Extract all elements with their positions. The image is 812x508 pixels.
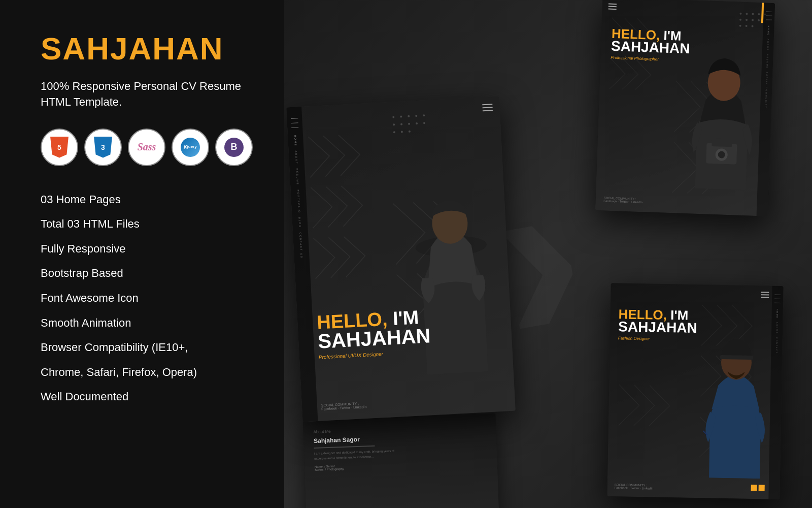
- topright-hello-section: HELLO, I'M SAHJAHAN Professional Photogr…: [611, 28, 691, 62]
- svg-point-2: [408, 115, 410, 117]
- feature-bootstrap: Bootstrap Based: [41, 261, 254, 286]
- center-nav-home: HOME: [294, 135, 297, 146]
- right-panel: ›: [264, 0, 812, 508]
- topright-name-text: SAHJAHAN: [611, 40, 690, 55]
- svg-point-11: [416, 122, 418, 124]
- svg-point-20: [752, 19, 754, 21]
- center-nav-blog: BLOG: [298, 217, 301, 229]
- badge-jquery: jQuery: [172, 129, 209, 166]
- feature-browser-list: Chrome, Safari, Firefox, Opera): [41, 360, 254, 385]
- bottomright-menu-icon: [761, 292, 769, 298]
- badge-html5: [41, 129, 78, 166]
- badge-bootstrap: B: [215, 129, 253, 166]
- feature-home-pages: 03 Home Pages: [41, 187, 254, 212]
- svg-point-8: [409, 131, 411, 133]
- center-nav-about: ABOUT: [295, 150, 298, 165]
- mockup-bottom-right: HOME ABOUT CONTACT HELLO, I'M SAHJAHAN F…: [607, 283, 783, 499]
- tech-badges: Sass jQuery B: [41, 129, 254, 166]
- feature-documented: Well Documented: [41, 385, 254, 409]
- feature-list: 03 Home Pages Total 03 HTML Files Fully …: [41, 187, 254, 409]
- bottomright-hello-section: HELLO, I'M SAHJAHAN Fashion Designer: [618, 308, 698, 341]
- svg-point-5: [408, 123, 410, 125]
- svg-point-17: [752, 13, 754, 15]
- center-hello-section: HELLO, I'M SAHJAHAN Professional UI/UX D…: [316, 308, 431, 360]
- left-panel: SAHJAHAN 100% Responsive Personal CV Res…: [0, 0, 284, 508]
- bottom-mockup-text: About Me Sahjahan Sagor I am a designer …: [313, 427, 406, 471]
- topright-menu-icon: [608, 4, 617, 10]
- feature-responsive: Fully Responsive: [41, 237, 254, 262]
- svg-point-12: [423, 122, 425, 124]
- mockup-bottom: About Me Sahjahan Sagor I am a designer …: [303, 413, 499, 508]
- center-name-text: SAHJAHAN: [317, 326, 431, 351]
- bottomright-name-text: SAHJAHAN: [618, 321, 697, 335]
- svg-point-16: [746, 13, 748, 15]
- badge-css3: [84, 129, 122, 166]
- svg-point-3: [393, 123, 395, 125]
- bottomright-social: SOCIAL COMMUNITY :Facebook · Twitter · L…: [615, 483, 654, 490]
- mockup-top-right: HOME ABOUT RESUME SOCIAL COMMUNITY HELLO…: [595, 0, 775, 216]
- svg-point-10: [423, 114, 425, 116]
- svg-point-24: [758, 13, 760, 15]
- feature-browser-compat: Browser Compatibility (IE10+,: [41, 335, 254, 360]
- svg-point-18: [739, 19, 741, 21]
- center-nav-contact: CONTACT US: [299, 232, 303, 259]
- mockup-area: ›: [264, 0, 812, 508]
- svg-point-1: [400, 115, 402, 117]
- svg-point-6: [393, 131, 395, 133]
- svg-rect-28: [712, 138, 732, 147]
- svg-point-19: [746, 19, 748, 21]
- feature-font-awesome: Font Awesome Icon: [41, 286, 254, 311]
- svg-point-0: [392, 116, 394, 118]
- center-nav-resume: RESUME: [295, 169, 299, 186]
- svg-point-9: [415, 115, 417, 117]
- svg-point-7: [401, 131, 403, 133]
- badge-sass: Sass: [128, 129, 165, 166]
- center-nav-portfolio: PORTFOLIO: [297, 189, 301, 213]
- svg-point-4: [400, 123, 402, 125]
- svg-point-15: [739, 13, 741, 15]
- svg-point-26: [758, 19, 760, 21]
- center-menu-icon: [482, 104, 493, 111]
- bottomright-accent: [751, 485, 765, 491]
- brand-subtitle: 100% Responsive Personal CV Resume HTML …: [41, 79, 254, 110]
- mockup-center: HOME ABOUT RESUME PORTFOLIO BLOG CONTACT…: [286, 96, 516, 422]
- svg-rect-33: [720, 355, 753, 360]
- brand-title: SAHJAHAN: [41, 30, 254, 67]
- feature-html-files: Total 03 HTML Files: [41, 212, 254, 237]
- feature-animation: Smooth Animation: [41, 311, 254, 336]
